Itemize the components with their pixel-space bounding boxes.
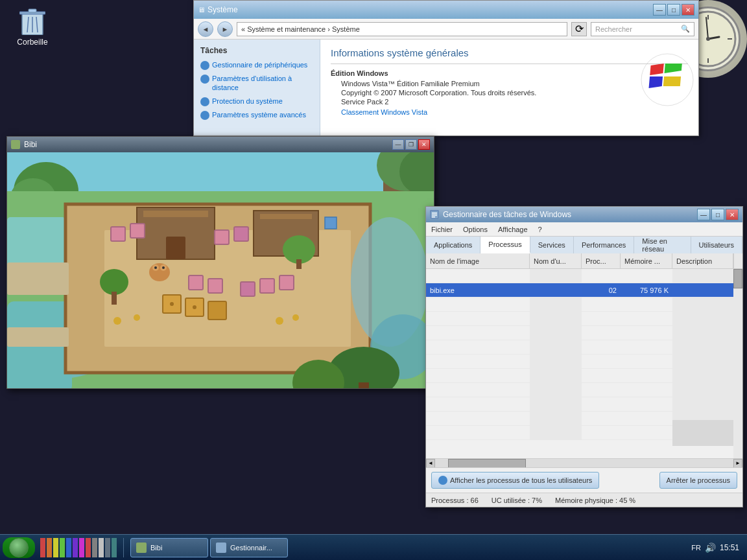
table-row[interactable] xyxy=(426,426,733,440)
menu-affichage[interactable]: Affichage xyxy=(495,224,530,235)
sidebar-link-protection[interactable]: Protection du système xyxy=(200,97,313,106)
system-info-maximize-btn[interactable]: □ xyxy=(667,4,680,16)
taskmgr-maximize-btn[interactable]: □ xyxy=(711,209,724,220)
tab-mise-en-reseau[interactable]: Mise en réseau xyxy=(634,237,691,253)
svg-rect-38 xyxy=(208,279,222,293)
table-row[interactable] xyxy=(426,269,733,283)
table-row[interactable] xyxy=(426,298,733,312)
table-header: Nom de l'image Nom d'u... Proc... Mémoir… xyxy=(426,253,742,269)
taskbar-item-bibi[interactable]: Bibi xyxy=(130,538,208,557)
sidebar-link-remote[interactable]: Paramètres d'utilisation à distance xyxy=(200,74,313,93)
ql-orange xyxy=(47,538,52,557)
edition-label: Édition Windows xyxy=(331,69,688,77)
system-info-close-btn[interactable]: ✕ xyxy=(682,4,694,16)
table-row[interactable] xyxy=(426,355,733,369)
taskmgr-tabs: Applications Processus Services Performa… xyxy=(426,237,742,253)
svg-point-67 xyxy=(292,314,299,321)
scroll-left-btn[interactable]: ◄ xyxy=(426,459,435,468)
bibi-close-btn[interactable]: ✕ xyxy=(418,139,430,150)
taskmgr-title: Gestionnaire des tâches de Windows xyxy=(443,210,571,219)
sidebar-link-remote-label: Paramètres d'utilisation à distance xyxy=(212,74,313,93)
refresh-btn[interactable]: ⟳ xyxy=(571,22,587,36)
table-row[interactable] xyxy=(426,383,733,397)
col-header-desc[interactable]: Description xyxy=(672,253,733,268)
svg-rect-29 xyxy=(143,211,208,217)
svg-rect-60 xyxy=(359,382,369,388)
start-button[interactable] xyxy=(3,537,35,558)
ql-teal xyxy=(112,538,117,557)
table-row[interactable] xyxy=(426,340,733,355)
col-header-cpu[interactable]: Proc... xyxy=(582,253,621,268)
taskmgr-close-btn[interactable]: ✕ xyxy=(726,209,739,220)
svg-rect-58 xyxy=(325,217,337,229)
kill-process-btn[interactable]: Arrêter le processus xyxy=(659,472,737,489)
table-row[interactable] xyxy=(426,326,733,340)
tray-volume-icon[interactable]: 🔊 xyxy=(705,542,716,553)
game-scene xyxy=(7,152,434,388)
menu-help[interactable]: ? xyxy=(536,224,545,235)
scrollbar-thumb[interactable] xyxy=(733,269,742,288)
svg-rect-44 xyxy=(208,301,226,320)
search-bar[interactable]: Rechercher 🔍 xyxy=(591,22,694,36)
bibi-restore-btn[interactable]: ❐ xyxy=(405,139,417,150)
tab-services[interactable]: Services xyxy=(530,237,574,253)
col-header-user[interactable]: Nom d'u... xyxy=(530,253,582,268)
system-info-body: Tâches Gestionnaire de périphériques Par… xyxy=(194,40,698,135)
system-tray: FR 🔊 15:51 xyxy=(686,542,744,553)
sidebar-link-device-mgr[interactable]: Gestionnaire de périphériques xyxy=(200,60,313,70)
ql-pink xyxy=(79,538,84,557)
tab-performances[interactable]: Performances xyxy=(574,237,634,253)
tab-processus[interactable]: Processus xyxy=(480,237,530,253)
table-vertical-scrollbar[interactable] xyxy=(733,269,742,458)
start-orb xyxy=(9,538,29,557)
taskbar-item-taskmgr[interactable]: Gestionnair... xyxy=(210,538,288,557)
system-info-titlebar: 🖥 Système — □ ✕ xyxy=(194,1,698,19)
sidebar-link-advanced[interactable]: Paramètres système avancés xyxy=(200,110,313,120)
scroll-track xyxy=(435,459,733,468)
table-row[interactable] xyxy=(426,369,733,383)
windows-logo xyxy=(640,52,692,104)
process-mem-bibi: 75 976 K xyxy=(621,286,672,294)
menu-options[interactable]: Options xyxy=(460,224,490,235)
svg-point-65 xyxy=(134,314,140,321)
taskbar: Bibi Gestionnair... FR 🔊 15:51 xyxy=(0,534,747,560)
search-placeholder: Rechercher xyxy=(595,25,632,33)
vista-link[interactable]: Classement Windows Vista xyxy=(341,108,427,116)
system-main-content: Informations système générales Édition W… xyxy=(320,40,698,135)
table-row[interactable] xyxy=(426,312,733,326)
bibi-window-controls: — ❐ ✕ xyxy=(392,139,430,150)
ql-green xyxy=(60,538,65,557)
col-header-mem[interactable]: Mémoire ... xyxy=(621,253,672,268)
menu-fichier[interactable]: Fichier xyxy=(429,224,455,235)
table-row[interactable] xyxy=(426,397,733,412)
copyright: Copyright © 2007 Microsoft Corporation. … xyxy=(341,89,688,97)
scroll-right-btn[interactable]: ► xyxy=(733,459,742,468)
tab-utilisateurs[interactable]: Utilisateurs xyxy=(691,237,742,253)
table-row[interactable]: bibi.exe 02 75 976 K xyxy=(426,283,733,298)
recycle-bin-icon[interactable]: Corbeille xyxy=(13,6,52,47)
svg-rect-2 xyxy=(29,9,36,12)
nav-forward-btn[interactable]: ► xyxy=(217,21,233,37)
horizontal-scrollbar[interactable]: ◄ ► xyxy=(426,458,742,467)
breadcrumb: « Système et maintenance › Système xyxy=(237,22,567,36)
scroll-thumb[interactable] xyxy=(448,459,526,468)
taskmgr-menubar: Fichier Options Affichage ? xyxy=(426,222,742,237)
bibi-minimize-btn[interactable]: — xyxy=(392,139,404,150)
bibi-window-icon xyxy=(11,140,20,149)
nav-back-btn[interactable]: ◄ xyxy=(198,21,213,37)
taskmgr-main-content: Nom de l'image Nom d'u... Proc... Mémoir… xyxy=(426,253,742,493)
system-info-toolbar: ◄ ► « Système et maintenance › Système ⟳… xyxy=(194,19,698,40)
system-info-minimize-btn[interactable]: — xyxy=(653,4,666,16)
bibi-game-content xyxy=(7,152,434,388)
taskbar-bibi-icon xyxy=(136,542,147,553)
ql-red xyxy=(40,538,45,557)
svg-rect-40 xyxy=(260,279,274,293)
process-user-bibi xyxy=(530,283,582,297)
show-all-processes-btn[interactable]: Afficher les processus de tous les utili… xyxy=(431,472,599,489)
col-header-name[interactable]: Nom de l'image xyxy=(426,253,530,268)
taskmgr-minimize-btn[interactable]: — xyxy=(697,209,710,220)
process-table: Nom de l'image Nom d'u... Proc... Mémoir… xyxy=(426,253,742,467)
show-all-icon xyxy=(438,476,447,485)
process-rows: bibi.exe 02 75 976 K xyxy=(426,269,733,440)
tab-applications[interactable]: Applications xyxy=(426,237,480,253)
